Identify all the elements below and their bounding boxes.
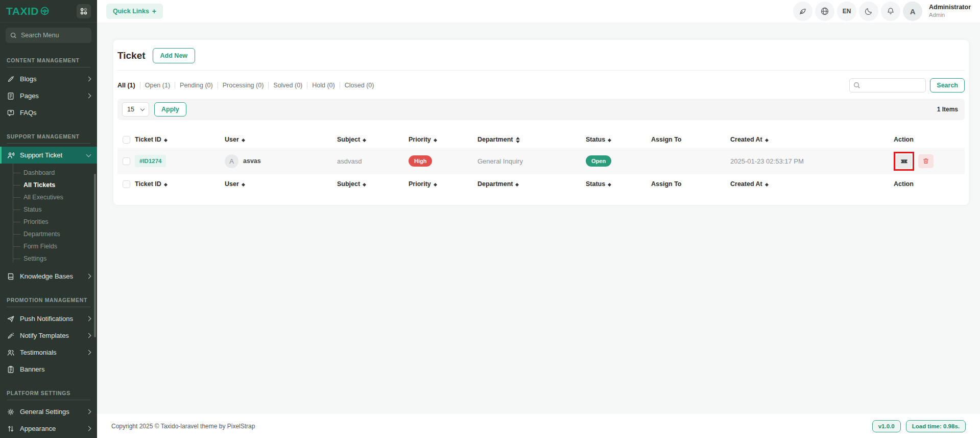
col-status[interactable]: Status — [584, 174, 649, 194]
tab-solved[interactable]: Solved (0) — [273, 82, 302, 89]
chevron-right-icon — [86, 94, 91, 99]
col-label: Priority — [409, 180, 431, 188]
sidebar-search[interactable] — [6, 28, 91, 43]
sort-icon — [608, 183, 611, 187]
sidebar-scrollbar[interactable] — [94, 174, 96, 337]
col-label: Status — [586, 180, 605, 188]
tab-all[interactable]: All (1) — [117, 82, 135, 89]
col-label: Created At — [730, 136, 762, 143]
sidebar-item-appearance[interactable]: Appearance — [0, 420, 97, 437]
add-new-button[interactable]: Add New — [153, 48, 195, 63]
tab-hold[interactable]: Hold (0) — [312, 82, 334, 89]
feather-icon[interactable] — [793, 2, 812, 21]
col-department[interactable]: Department — [475, 131, 584, 148]
col-ticket-id[interactable]: Ticket ID — [133, 174, 223, 194]
sidebar-item-knowledge-bases[interactable]: Knowledge Bases — [0, 268, 97, 285]
brand-logo-text: TAXID — [6, 5, 39, 17]
sidebar-item-banners[interactable]: Banners — [0, 361, 97, 378]
toolbar: All (1) Open (1) Pending (0) Processing … — [117, 78, 965, 93]
layout-grid-icon[interactable] — [77, 4, 91, 18]
language-button[interactable]: EN — [837, 2, 856, 21]
brand-logo[interactable]: TAXID — [6, 5, 50, 17]
sidebar-subitem-all-executives[interactable]: All Executives — [0, 191, 97, 203]
sort-icon — [164, 183, 168, 187]
sidebar-item-label: Support Ticket — [20, 151, 62, 159]
sidebar-logo-row: TAXID — [0, 0, 97, 22]
moon-icon[interactable] — [859, 2, 878, 21]
globe-icon[interactable] — [815, 2, 834, 21]
col-label: Ticket ID — [135, 180, 161, 188]
apply-button[interactable]: Apply — [154, 102, 186, 117]
sidebar-item-support-ticket[interactable]: Support Ticket — [0, 147, 97, 164]
col-label: Subject — [337, 136, 360, 143]
sidebar-search-input[interactable] — [21, 32, 82, 39]
sidebar-item-testimonials[interactable]: Testimonials — [0, 344, 97, 361]
per-page-select[interactable]: 15 — [122, 102, 149, 117]
subitem-label: Form Fields — [23, 243, 57, 250]
tab-processing[interactable]: Processing (0) — [223, 82, 264, 89]
subitem-label: Status — [23, 206, 41, 213]
sidebar-subitem-all-tickets[interactable]: All Tickets — [0, 179, 97, 191]
row-checkbox[interactable] — [123, 157, 130, 165]
sidebar-item-blogs[interactable]: Blogs — [0, 71, 97, 87]
tab-open[interactable]: Open (1) — [145, 82, 170, 89]
col-created-at[interactable]: Created At — [728, 174, 892, 194]
col-subject[interactable]: Subject — [335, 131, 407, 148]
sidebar-item-label: Knowledge Bases — [20, 272, 73, 280]
sidebar-subitem-settings[interactable]: Settings — [0, 252, 97, 265]
section-divider — [7, 307, 90, 307]
col-created-at[interactable]: Created At — [728, 131, 892, 148]
delete-ticket-button[interactable] — [918, 154, 934, 168]
sidebar-subitem-form-fields[interactable]: Form Fields — [0, 240, 97, 252]
col-subject[interactable]: Subject — [335, 174, 407, 194]
row-subject: asdvasd — [335, 148, 407, 174]
sidebar-item-label: Testimonials — [20, 349, 57, 356]
copyright-text: Copyright 2025 © Taxido-laravel theme by… — [111, 423, 255, 430]
tickets-table: Ticket ID User Subject Priority Departme… — [117, 131, 965, 194]
row-user-name: asvas — [243, 157, 261, 165]
tab-closed[interactable]: Closed (0) — [345, 82, 374, 89]
col-user[interactable]: User — [223, 174, 335, 194]
sidebar-item-notify-templates[interactable]: Notify Templates — [0, 327, 97, 344]
col-ticket-id[interactable]: Ticket ID — [133, 131, 223, 148]
pen-star-icon — [7, 332, 15, 340]
col-user[interactable]: User — [223, 131, 335, 148]
select-all-checkbox[interactable] — [123, 180, 130, 188]
question-bubble-icon — [7, 109, 15, 117]
sidebar-item-push-notifications[interactable]: Push Notifications — [0, 310, 97, 327]
quick-links-button[interactable]: Quick Links + — [106, 4, 163, 19]
col-priority[interactable]: Priority — [407, 131, 475, 148]
col-label: Assign To — [651, 136, 682, 143]
col-department[interactable]: Department — [475, 174, 584, 194]
sidebar-subitem-departments[interactable]: Departments — [0, 228, 97, 240]
swap-arrows-icon — [7, 425, 15, 433]
user-avatar[interactable]: A — [903, 2, 922, 21]
col-priority[interactable]: Priority — [407, 174, 475, 194]
col-action: Action — [892, 174, 965, 194]
sidebar-item-general-settings[interactable]: General Settings — [0, 403, 97, 420]
tab-separator — [268, 82, 269, 89]
subitem-label: All Tickets — [23, 181, 55, 189]
select-all-checkbox[interactable] — [123, 136, 130, 144]
section-title-support: SUPPORT MANAGEMENT — [0, 121, 97, 143]
table-search-input[interactable] — [849, 78, 926, 93]
sidebar-subitem-status[interactable]: Status — [0, 203, 97, 216]
sidebar-item-label: Banners — [20, 365, 44, 373]
subitem-label: Departments — [23, 230, 60, 238]
sidebar-item-pages[interactable]: Pages — [0, 87, 97, 104]
tab-pending[interactable]: Pending (0) — [180, 82, 213, 89]
bell-icon[interactable] — [881, 2, 900, 21]
sidebar-subitem-dashboard[interactable]: Dashboard — [0, 167, 97, 179]
col-label: Action — [894, 180, 914, 188]
user-role: Admin — [929, 12, 971, 19]
section-title-platform: PLATFORM SETTINGS — [0, 378, 97, 400]
sidebar-item-faqs[interactable]: FAQs — [0, 104, 97, 121]
col-status[interactable]: Status — [584, 131, 649, 148]
action-cell — [894, 152, 963, 171]
user-info[interactable]: Administrator Admin — [929, 4, 971, 18]
view-ticket-button[interactable] — [896, 154, 912, 168]
per-page-value: 15 — [127, 106, 134, 113]
search-button[interactable]: Search — [930, 78, 965, 93]
sidebar-subitem-priorities[interactable]: Priorities — [0, 216, 97, 228]
ticket-id-badge[interactable]: #ID1274 — [135, 155, 166, 167]
